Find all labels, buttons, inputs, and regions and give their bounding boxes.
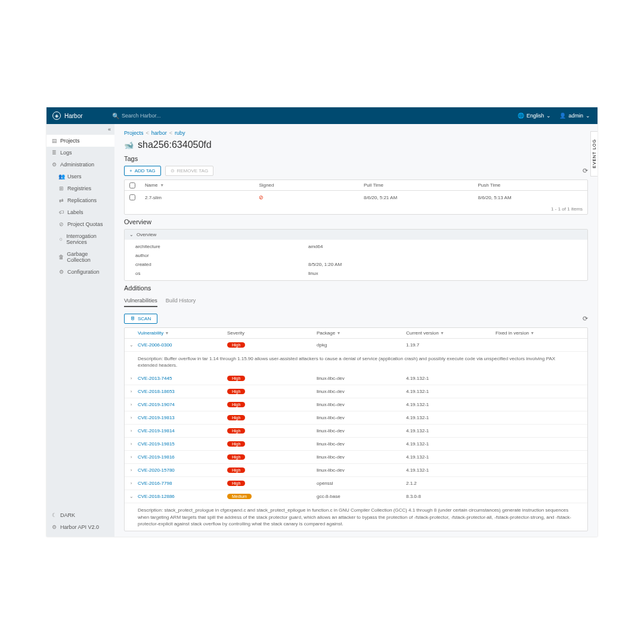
- language-selector[interactable]: 🌐 English ⌄: [518, 113, 552, 119]
- user-icon: 👤: [559, 113, 566, 119]
- nav-label: Labels: [67, 209, 83, 215]
- add-tag-button[interactable]: +ADD TAG: [124, 166, 161, 176]
- expand-row-button[interactable]: ›: [125, 454, 138, 460]
- cve-link[interactable]: CVE-2019-19816: [138, 454, 175, 460]
- cve-link[interactable]: CVE-2016-7798: [138, 481, 172, 486]
- sidebar-item-administration[interactable]: ⚙Administration: [47, 159, 114, 171]
- current-version: 4.19.132-1: [406, 454, 496, 460]
- breadcrumb-projects[interactable]: Projects: [124, 130, 144, 136]
- cve-link[interactable]: CVE-2019-19074: [138, 402, 175, 407]
- tags-table: Name▼ Signed Pull Time Push Time 2.7-sli…: [124, 179, 588, 215]
- cve-link[interactable]: CVE-2006-0300: [138, 342, 172, 348]
- expand-row-button[interactable]: ›: [125, 428, 138, 434]
- sidebar-item-configuration[interactable]: ⚙Configuration: [47, 266, 114, 278]
- refresh-icon: ⟳: [583, 167, 588, 174]
- tags-pagination: 1 - 1 of 1 items: [125, 204, 587, 214]
- filter-icon[interactable]: ▼: [160, 183, 164, 187]
- expand-row-button[interactable]: ⌄: [125, 342, 138, 348]
- event-log-tab[interactable]: EVENT LOG: [590, 131, 597, 177]
- severity-badge: High: [227, 441, 245, 447]
- api-link[interactable]: ⚙Harbor API V2.0: [47, 521, 114, 533]
- scan-button[interactable]: ⛨SCAN: [124, 314, 157, 324]
- select-all-checkbox[interactable]: [129, 182, 135, 188]
- remove-tag-button[interactable]: ⊝REMOVE TAG: [165, 166, 214, 176]
- cve-link[interactable]: CVE-2018-12886: [138, 494, 175, 499]
- sidebar-item-logs[interactable]: ≣Logs: [47, 147, 114, 159]
- th-signed: Signed: [254, 182, 359, 188]
- sidebar-item-projects[interactable]: ▤Projects: [47, 135, 114, 147]
- global-search[interactable]: 🔍: [106, 113, 518, 119]
- main-content: Projects<harbor<ruby 🐋 sha256:634050fd T…: [114, 124, 597, 537]
- sidebar-item-registries[interactable]: ⊞Registries: [47, 182, 114, 194]
- sidebar-item-garbage[interactable]: 🗑Garbage Collection: [47, 248, 114, 266]
- package-name: linux-libc-dev: [317, 467, 406, 473]
- chevron-down-icon: ⌄: [546, 113, 551, 119]
- cve-link[interactable]: CVE-2020-15780: [138, 467, 175, 473]
- replications-icon: ⇄: [58, 197, 64, 203]
- tab-build-history[interactable]: Build History: [166, 295, 196, 307]
- breadcrumb: Projects<harbor<ruby: [124, 130, 588, 136]
- filter-icon[interactable]: ▼: [165, 331, 169, 335]
- th-severity: Severity: [227, 330, 317, 336]
- projects-icon: ▤: [51, 138, 57, 144]
- nav-label: Logs: [60, 150, 72, 156]
- current-version: 4.19.132-1: [406, 376, 496, 381]
- expand-row-button[interactable]: ›: [125, 467, 138, 473]
- severity-badge: High: [227, 402, 245, 407]
- sidebar-collapse-button[interactable]: «: [47, 124, 114, 135]
- sidebar-item-replications[interactable]: ⇄Replications: [47, 194, 114, 206]
- tag-name: 2.7-slim: [140, 195, 254, 200]
- severity-badge: High: [227, 389, 245, 394]
- cve-link[interactable]: CVE-2019-19813: [138, 415, 175, 420]
- nav-label: Configuration: [67, 269, 100, 275]
- plus-icon: +: [129, 168, 132, 174]
- pull-time: 8/6/20, 5:21 AM: [359, 195, 473, 200]
- chevron-down-icon: ⌄: [586, 113, 590, 119]
- vuln-row: › CVE-2016-7798 High openssl 2.1.2: [125, 477, 587, 490]
- package-name: linux-libc-dev: [317, 454, 406, 460]
- tab-vulnerabilities[interactable]: Vulnerabilities: [124, 295, 157, 307]
- tags-heading: Tags: [124, 155, 588, 162]
- cve-link[interactable]: CVE-2019-19815: [138, 441, 175, 447]
- filter-icon[interactable]: ▼: [440, 331, 444, 335]
- sidebar-item-interrogation[interactable]: ○Interrogation Services: [47, 230, 114, 248]
- expand-row-button[interactable]: ⌄: [125, 494, 138, 499]
- sidebar-item-quotas[interactable]: ⊘Project Quotas: [47, 218, 114, 230]
- vulnerabilities-table: Vulnerability ▼ Severity Package ▼ Curre…: [124, 327, 588, 531]
- package-name: linux-libc-dev: [317, 389, 406, 394]
- cve-link[interactable]: CVE-2013-7445: [138, 376, 172, 381]
- search-input[interactable]: [122, 113, 241, 119]
- collapse-icon: «: [108, 126, 111, 132]
- expand-row-button[interactable]: ›: [125, 481, 138, 486]
- severity-badge: High: [227, 376, 245, 381]
- current-version: 4.19.132-1: [406, 428, 496, 434]
- dark-mode-toggle[interactable]: ☾DARK: [47, 509, 114, 521]
- cve-link[interactable]: CVE-2019-19814: [138, 428, 175, 434]
- filter-icon[interactable]: ▼: [530, 331, 534, 335]
- th-package: Package: [317, 330, 335, 336]
- refresh-vulns-button[interactable]: ⟳: [583, 315, 588, 323]
- expand-row-button[interactable]: ›: [125, 415, 138, 420]
- expand-row-button[interactable]: ›: [125, 441, 138, 447]
- search-icon: 🔍: [112, 113, 119, 119]
- expand-row-button[interactable]: ›: [125, 402, 138, 407]
- vuln-row: › CVE-2013-7445 High linux-libc-dev 4.19…: [125, 372, 587, 385]
- table-row[interactable]: 2.7-slim ⊘ 8/6/20, 5:21 AM 8/6/20, 5:13 …: [125, 191, 587, 204]
- row-checkbox[interactable]: [129, 194, 135, 200]
- brand-area[interactable]: ◈ Harbor: [47, 112, 106, 120]
- header-right: 🌐 English ⌄ 👤 admin ⌄: [518, 113, 597, 119]
- expand-row-button[interactable]: ›: [125, 389, 138, 394]
- sidebar-item-labels[interactable]: 🏷Labels: [47, 206, 114, 218]
- refresh-tags-button[interactable]: ⟳: [583, 167, 588, 175]
- expand-row-button[interactable]: ›: [125, 376, 138, 381]
- breadcrumb-harbor[interactable]: harbor: [151, 130, 167, 136]
- harbor-logo-icon: ◈: [52, 112, 61, 120]
- cve-link[interactable]: CVE-2018-18653: [138, 389, 175, 394]
- sidebar-item-users[interactable]: 👥Users: [47, 171, 114, 182]
- user-menu[interactable]: 👤 admin ⌄: [559, 113, 590, 119]
- filter-icon[interactable]: ▼: [336, 331, 340, 335]
- nav-label: Projects: [60, 138, 80, 144]
- breadcrumb-ruby[interactable]: ruby: [175, 130, 185, 136]
- sidebar-bottom: ☾DARK ⚙Harbor API V2.0: [47, 506, 114, 537]
- overview-header[interactable]: ⌄Overview: [125, 230, 587, 240]
